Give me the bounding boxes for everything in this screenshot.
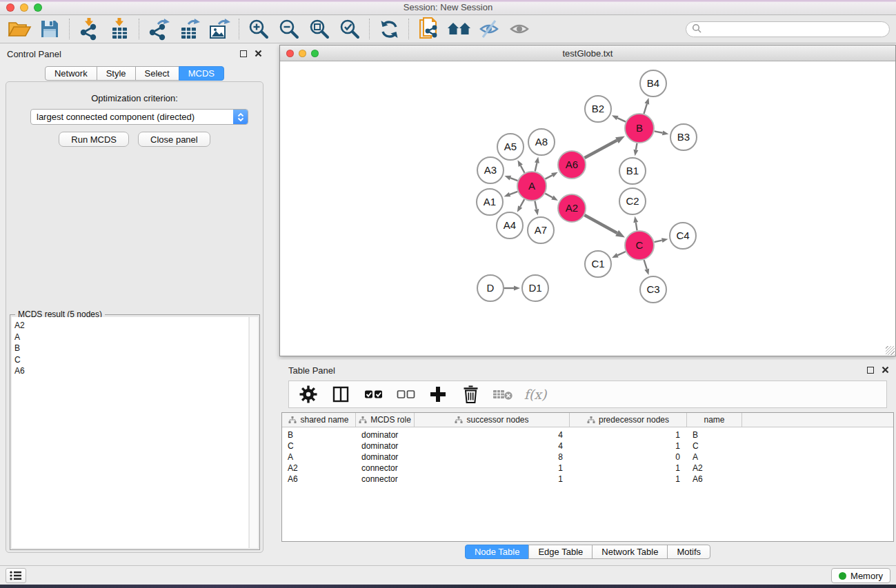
graph-edge-A-A5[interactable]	[518, 160, 525, 172]
mcds-result-item[interactable]: B	[14, 343, 248, 354]
graph-edge-B-B2[interactable]	[612, 115, 626, 121]
mcds-result-list[interactable]: A2ABCA6	[12, 317, 248, 548]
zoom-window-button[interactable]	[34, 3, 42, 12]
cell-predecessor-nodes[interactable]: 1	[570, 474, 687, 484]
mcds-result-item[interactable]: A6	[14, 365, 248, 377]
cell-mcds-role[interactable]: dominator	[356, 452, 415, 462]
cell-predecessor-nodes[interactable]: 1	[570, 441, 687, 451]
cell-successor-nodes[interactable]: 4	[415, 441, 570, 451]
split-table-view-button[interactable]	[330, 383, 352, 405]
graph-node-A3[interactable]: A3	[477, 157, 504, 183]
minimize-window-button[interactable]	[20, 3, 28, 12]
zoom-in-button[interactable]	[245, 17, 272, 41]
select-all-columns-button[interactable]	[362, 383, 384, 405]
table-row[interactable]: A2connector11A2	[282, 463, 893, 474]
tab-style[interactable]: Style	[97, 66, 136, 81]
search-input[interactable]	[705, 24, 884, 34]
graph-node-B1[interactable]: B1	[619, 158, 646, 184]
resize-grip[interactable]	[886, 346, 895, 355]
graph-edge-A-A1[interactable]	[504, 192, 518, 197]
cell-name[interactable]: A6	[687, 474, 742, 484]
graph-edge-C-C1[interactable]	[612, 252, 626, 258]
tab-node-table[interactable]: Node Table	[465, 545, 530, 559]
graph-node-A[interactable]: A	[517, 172, 546, 201]
cell-shared-name[interactable]: C	[282, 441, 356, 451]
graph-edge-B-B1[interactable]	[634, 143, 639, 156]
graph-edge-B-B4[interactable]	[644, 98, 650, 114]
delete-column-button[interactable]	[459, 383, 481, 405]
zoom-fit-button[interactable]	[306, 17, 333, 41]
mcds-result-item[interactable]: A	[14, 332, 248, 343]
graph-node-C2[interactable]: C2	[619, 188, 646, 214]
cell-predecessor-nodes[interactable]: 0	[570, 452, 687, 462]
graph-node-A1[interactable]: A1	[477, 189, 503, 215]
graph-node-A2[interactable]: A2	[558, 194, 586, 222]
cell-name[interactable]: C	[687, 441, 742, 451]
graph-node-C4[interactable]: C4	[670, 223, 696, 249]
graph-node-C1[interactable]: C1	[585, 251, 611, 277]
cell-successor-nodes[interactable]: 1	[415, 474, 570, 484]
close-panel-button[interactable]: Close panel	[138, 132, 210, 147]
graph-node-A5[interactable]: A5	[497, 134, 524, 160]
open-file-button[interactable]	[6, 17, 33, 41]
save-session-button[interactable]	[36, 17, 63, 41]
graph-edge-C-C4[interactable]	[655, 238, 668, 243]
mcds-result-item[interactable]: C	[14, 354, 248, 366]
optimization-criterion-select[interactable]: largest connected component (directed)	[30, 109, 248, 125]
column-header-predecessor-nodes[interactable]: predecessor nodes	[570, 413, 687, 427]
graph-edge-A-A3[interactable]	[505, 176, 518, 181]
graph-edge-A-A6[interactable]	[545, 172, 557, 179]
table-row[interactable]: Cdominator41C	[282, 440, 893, 452]
cell-successor-nodes[interactable]: 8	[415, 452, 570, 462]
import-table-button[interactable]	[106, 17, 133, 41]
graph-node-D[interactable]: D	[477, 275, 504, 301]
control-panel-float-button[interactable]	[240, 50, 247, 57]
graph-edge-A-A8[interactable]	[535, 157, 539, 172]
export-network-button[interactable]	[145, 17, 172, 41]
graph-edge-B-B3[interactable]	[655, 130, 669, 135]
cell-mcds-role[interactable]: connector	[356, 474, 415, 484]
search-box[interactable]	[686, 21, 890, 37]
graph-edge-A-A4[interactable]	[517, 199, 524, 212]
tab-network[interactable]: Network	[45, 66, 97, 81]
delete-table-button[interactable]	[492, 383, 514, 405]
graph-edge-C-C2[interactable]	[633, 216, 638, 231]
cell-mcds-role[interactable]: dominator	[356, 441, 415, 451]
graph-edge-A-A2[interactable]	[545, 194, 558, 201]
graph-node-A7[interactable]: A7	[528, 217, 554, 243]
cell-name[interactable]: A	[687, 452, 742, 462]
zoom-selected-button[interactable]	[336, 17, 364, 41]
graph-node-A4[interactable]: A4	[497, 212, 523, 239]
graph-edge-D-D1[interactable]	[504, 286, 520, 291]
memory-button[interactable]: Memory	[831, 568, 890, 583]
column-header-successor-nodes[interactable]: successor nodes	[415, 413, 570, 427]
graph-node-B2[interactable]: B2	[585, 96, 611, 122]
graph-node-C[interactable]: C	[625, 231, 654, 260]
table-row[interactable]: Bdominator41B	[282, 429, 893, 440]
cell-predecessor-nodes[interactable]: 1	[570, 463, 687, 473]
tab-mcds[interactable]: MCDS	[179, 66, 224, 81]
table-panel-close-button[interactable]	[882, 366, 889, 374]
cell-name[interactable]: B	[687, 430, 742, 440]
network-canvas[interactable]: A5A8A3A1A4A7AA6A2B2B4B3B1BC2C4C1C3CDD1	[280, 61, 895, 356]
graph-edge-C-C3[interactable]	[644, 260, 650, 275]
control-panel-close-button[interactable]	[255, 50, 262, 57]
cell-mcds-role[interactable]: connector	[356, 463, 415, 473]
cell-shared-name[interactable]: A	[282, 452, 356, 462]
mcds-result-item[interactable]: A2	[14, 320, 248, 332]
hide-view-button[interactable]	[475, 17, 503, 41]
app-titlebar[interactable]: Session: New Session	[0, 0, 896, 15]
cell-shared-name[interactable]: B	[282, 430, 356, 440]
graph-node-A6[interactable]: A6	[558, 151, 586, 179]
graph-node-A8[interactable]: A8	[528, 129, 555, 155]
close-window-button[interactable]	[6, 3, 14, 12]
tab-motifs[interactable]: Motifs	[667, 545, 710, 559]
tab-select[interactable]: Select	[135, 66, 179, 81]
zoom-out-button[interactable]	[275, 17, 303, 41]
graph-edge-A-A7[interactable]	[534, 201, 539, 216]
show-view-button[interactable]	[506, 17, 533, 41]
cell-predecessor-nodes[interactable]: 1	[570, 430, 687, 440]
graph-node-B3[interactable]: B3	[670, 124, 697, 150]
table-settings-button[interactable]	[297, 383, 319, 405]
table-row[interactable]: A6connector11A6	[282, 474, 893, 485]
